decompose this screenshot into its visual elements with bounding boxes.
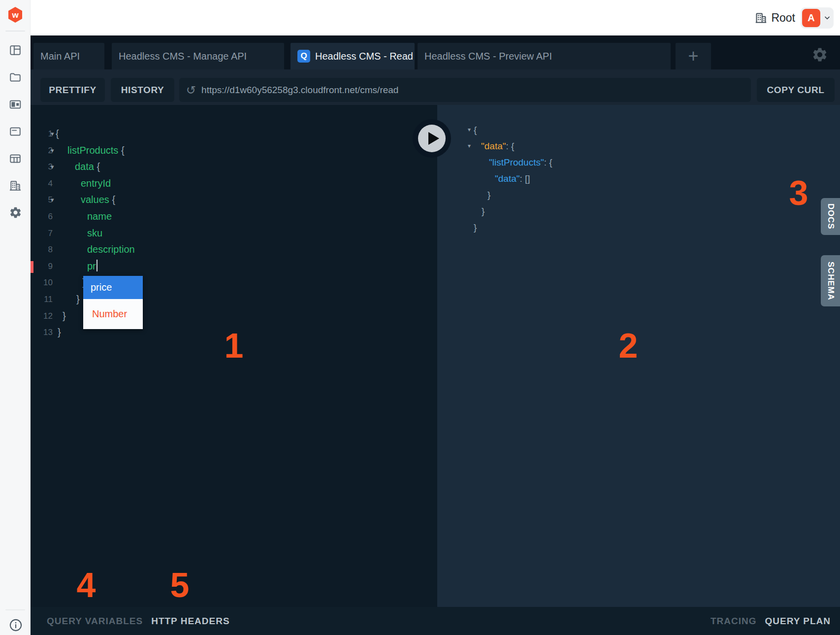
fold-arrow-icon[interactable]: ▾ xyxy=(51,142,54,159)
response-line-3: "listProducts": { xyxy=(437,154,840,170)
sidebar-item-building-icon[interactable] xyxy=(0,172,31,199)
add-tab-button[interactable]: + xyxy=(676,43,711,69)
endpoint-url-box: ↺ xyxy=(179,78,751,102)
account-menu[interactable]: A xyxy=(801,7,834,29)
json-text: } xyxy=(474,219,477,235)
play-icon xyxy=(418,125,446,152)
tab-headless-cms-read-api[interactable]: QHeadless CMS - Read API✕ xyxy=(291,43,415,69)
autocomplete-type-hint[interactable]: Number xyxy=(83,299,143,329)
query-line-8: 8description xyxy=(31,241,437,258)
json-text: } xyxy=(482,203,485,219)
api-tab-strip: Main APIHeadless CMS - Manage APIQHeadle… xyxy=(31,35,840,69)
sidebar-item-table-icon[interactable] xyxy=(0,145,31,172)
schema-tab[interactable]: SCHEMA xyxy=(821,255,840,306)
text-cursor xyxy=(97,260,97,271)
line-number: 10 xyxy=(31,274,53,291)
line-number: 12 xyxy=(31,308,53,325)
json-text: "data": [] xyxy=(495,170,530,187)
query-line-3: 3▾data { xyxy=(31,159,437,175)
playground-settings-gear-icon[interactable] xyxy=(811,46,828,63)
history-button[interactable]: HISTORY xyxy=(111,78,174,102)
copy-curl-button[interactable]: COPY CURL xyxy=(757,78,835,102)
tab-headless-cms-preview-api[interactable]: Headless CMS - Preview API xyxy=(418,43,671,69)
line-number: 4 xyxy=(31,175,53,192)
building-icon xyxy=(754,11,768,25)
prettify-button[interactable]: PRETTIFY xyxy=(40,78,105,102)
tab-label: Headless CMS - Read API xyxy=(315,51,415,62)
tab-headless-cms-manage-api[interactable]: Headless CMS - Manage API xyxy=(112,43,284,69)
info-icon[interactable] xyxy=(8,618,23,633)
line-number: 3 xyxy=(31,159,53,175)
tab-label: Headless CMS - Preview API xyxy=(424,51,552,62)
query-variables-tab[interactable]: QUERY VARIABLES xyxy=(47,616,143,627)
autocomplete-item-price[interactable]: price xyxy=(83,276,143,299)
query-line-2: 2▾listProducts { xyxy=(31,142,437,159)
fold-arrow-icon[interactable]: ▾ xyxy=(468,138,471,154)
query-plan-tab[interactable]: QUERY PLAN xyxy=(765,616,831,627)
sidebar-item-pages-icon[interactable] xyxy=(0,91,31,118)
code-text: pr xyxy=(87,258,97,275)
code-text: data { xyxy=(75,159,100,175)
fold-arrow-icon[interactable]: ▾ xyxy=(51,192,54,208)
code-text: entryId xyxy=(81,175,111,192)
tab-bar: Main APIHeadless CMS - Manage APIQHeadle… xyxy=(31,43,711,69)
line-number: 1 xyxy=(31,126,53,142)
logo-letter: w xyxy=(11,10,19,20)
code-text: } xyxy=(58,324,61,341)
query-line-7: 7sku xyxy=(31,225,437,242)
avatar[interactable]: A xyxy=(802,9,820,27)
reload-endpoint-icon[interactable]: ↺ xyxy=(186,84,196,96)
response-line-6: } xyxy=(437,203,840,219)
code-text: description xyxy=(87,241,135,258)
docs-tab[interactable]: DOCS xyxy=(821,198,840,235)
app-window: w xyxy=(0,0,840,635)
sidebar-item-form-icon[interactable] xyxy=(0,118,31,145)
response-line-2: ▾"data": { xyxy=(437,138,840,154)
response-line-7: } xyxy=(437,219,840,235)
sidebar-divider xyxy=(5,31,25,32)
response-line-1: ▾{ xyxy=(437,122,840,138)
response-line-5: } xyxy=(437,187,840,203)
top-bar: Root A xyxy=(31,0,840,35)
json-text: } xyxy=(487,187,490,203)
json-text: "data": { xyxy=(481,138,514,154)
line-number: 6 xyxy=(31,208,53,225)
query-badge-icon: Q xyxy=(297,50,310,63)
sidebar-bottom-divider xyxy=(5,609,25,610)
bottom-bar: QUERY VARIABLES HTTP HEADERS TRACING QUE… xyxy=(31,607,840,635)
code-text: { xyxy=(56,126,59,142)
sidebar-item-folder-icon[interactable] xyxy=(0,64,31,91)
webiny-logo-icon[interactable]: w xyxy=(7,6,24,23)
tab-main-api[interactable]: Main API xyxy=(33,43,104,69)
response-json: ▾{▾"data": {"listProducts": {"data": []}… xyxy=(437,122,840,235)
query-line-4: 4entryId xyxy=(31,175,437,192)
fold-arrow-icon[interactable]: ▾ xyxy=(468,122,471,138)
code-text: } xyxy=(76,291,80,308)
line-number: 9 xyxy=(31,258,53,275)
query-line-9: 9pr xyxy=(31,258,437,275)
line-number: 11 xyxy=(31,291,53,308)
tab-label: Headless CMS - Manage API xyxy=(119,51,247,62)
line-number: 13 xyxy=(31,324,53,341)
code-text: } xyxy=(63,308,66,325)
line-number: 8 xyxy=(31,241,53,258)
response-line-4: "data": [] xyxy=(437,170,840,187)
json-text: "listProducts": { xyxy=(489,154,552,170)
query-editor-pane[interactable]: 1▾{2▾listProducts {3▾data {4entryId5▾val… xyxy=(31,105,437,607)
tracing-tab[interactable]: TRACING xyxy=(711,616,757,627)
fold-arrow-icon[interactable]: ▾ xyxy=(51,126,54,142)
sidebar-item-gear-icon[interactable] xyxy=(0,199,31,226)
endpoint-url-input[interactable] xyxy=(200,84,744,96)
json-text: { xyxy=(474,122,477,138)
http-headers-tab[interactable]: HTTP HEADERS xyxy=(151,616,229,627)
line-number: 2 xyxy=(31,142,53,159)
line-number: 7 xyxy=(31,225,53,242)
fold-arrow-icon[interactable]: ▾ xyxy=(51,159,54,175)
sidebar-item-layout-icon[interactable] xyxy=(0,36,31,64)
execute-query-button[interactable] xyxy=(413,119,451,158)
code-text: sku xyxy=(87,225,102,242)
tab-label: Main API xyxy=(40,51,80,62)
left-sidebar: w xyxy=(0,0,31,635)
chevron-down-icon xyxy=(823,14,831,22)
query-line-6: 6name xyxy=(31,208,437,225)
